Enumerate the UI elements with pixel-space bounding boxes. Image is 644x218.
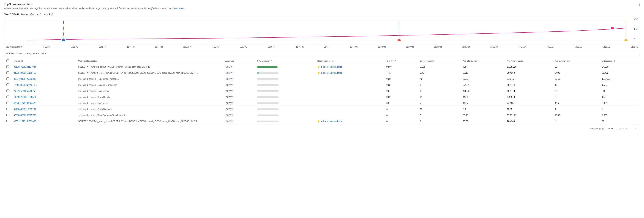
bytes-returned-cell: 2,053 <box>600 112 640 118</box>
fingerprint-link[interactable]: 3120709180725883382 <box>14 78 36 80</box>
chart-svg <box>4 17 640 45</box>
query-type-badge: QUERY <box>224 102 234 104</box>
exec-count-cell: 21 <box>418 94 461 100</box>
table-row[interactable]: 3380608696205375739sys_cloud_console_Tab… <box>4 112 640 118</box>
table-row[interactable]: 9065191773151602033SELECT * FROM dlg_ord… <box>4 118 640 124</box>
row-checkbox[interactable] <box>6 108 9 110</box>
chart-section: Total CPU utilization (per Query or Requ… <box>4 13 640 48</box>
row-checkbox[interactable] <box>6 96 9 98</box>
row-checkbox-cell <box>4 94 11 100</box>
x-label-14: 12:03 AM <box>406 46 414 48</box>
pagination: Rows per page: 10 25 50 1 – 10 of 24 ‹ › <box>4 124 640 133</box>
x-label-6: 11:55 PM <box>183 46 191 48</box>
recommendation-badge[interactable]: 💡Index recommendation <box>318 120 382 122</box>
cpu-util-cell <box>255 88 315 94</box>
recommendation-icon: 💡 <box>318 72 320 74</box>
x-label-5: 11:54 PM <box>155 46 163 48</box>
query-type-badge: QUERY <box>224 72 234 74</box>
fingerprint-link[interactable]: 1939367025011852511 <box>14 96 36 98</box>
cpu-pct-cell: 0 <box>384 112 418 118</box>
avg-latency-cell: 571.81 <box>461 82 505 88</box>
table-row[interactable]: 3120709180725883382sys_cloud_console_Top… <box>4 76 640 82</box>
page-info-icon[interactable]: ℹ <box>639 3 640 6</box>
fingerprint-link[interactable]: -7291258538930213 3... <box>14 84 37 86</box>
table-row[interactable]: 3216067328234137024SELECT * FROM `RkTopN… <box>4 64 640 70</box>
fingerprint-cell: 3216067328234137024 <box>11 64 76 70</box>
row-checkbox[interactable] <box>6 71 9 74</box>
pagination-nav: ‹ › <box>630 126 637 131</box>
row-checkbox-cell <box>4 112 11 118</box>
x-label-13: 12:02 AM <box>378 46 386 48</box>
row-checkbox[interactable] <box>6 90 9 92</box>
fingerprint-cell: 9065191773151602033 <box>11 118 76 124</box>
row-checkbox[interactable] <box>6 78 9 80</box>
svg-point-6 <box>610 27 615 29</box>
avg-latency-cell: 9.3 <box>461 106 505 112</box>
th-avg-rows-scanned: Avg rows scanned <box>505 58 552 64</box>
row-checkbox-cell <box>4 118 11 124</box>
recommendation-badge[interactable]: 💡Index recommendation <box>318 72 382 74</box>
chart-wrapper: 2min 1min 0 UTC+5:30 11:49 PM 11:50 PM 1… <box>4 17 640 48</box>
avg-rows-returned-cell: 18 <box>552 88 600 94</box>
x-label-17: 12:06 AM <box>490 46 498 48</box>
x-label-20: 12:09 AM <box>574 46 582 48</box>
x-label-18: 12:07 AM <box>518 46 526 48</box>
filter-bar[interactable]: ⊟ Filter <box>4 51 640 56</box>
x-label-12: 12:01 AM <box>350 46 358 48</box>
row-checkbox-cell <box>4 64 11 70</box>
chart-container[interactable]: 2min 1min 0 <box>4 17 640 45</box>
fingerprint-link[interactable]: 4207671973700324422 <box>14 102 36 104</box>
cpu-bar-container <box>257 108 278 110</box>
table-row[interactable]: 3515648933716635231sys_cloud_console_Que… <box>4 106 640 112</box>
learn-more-link[interactable]: Learn more <box>173 7 184 10</box>
rows-per-page-label: Rows per page: <box>590 128 604 130</box>
row-checkbox[interactable] <box>6 65 9 68</box>
chart-y-labels: 2min 1min 0 <box>634 17 638 41</box>
help-icon-cpu-pct[interactable]: ? <box>395 60 396 62</box>
query-text-cell: sys_cloud_console_QueryDetails <box>76 94 222 100</box>
cpu-bar-container <box>257 72 278 74</box>
select-all-checkbox[interactable] <box>6 60 9 62</box>
cpu-util-cell <box>255 100 315 106</box>
table-row[interactable]: 8496840499311158456SELECT * FROM dlg_ord… <box>4 70 640 76</box>
recommendation-text: Index recommendation <box>321 120 342 122</box>
rows-per-page-select[interactable]: 10 25 50 <box>606 127 613 130</box>
recommendation-icon: 💡 <box>318 120 320 122</box>
fingerprint-link[interactable]: 9065191773151602033 <box>14 120 36 122</box>
filter-input[interactable] <box>16 52 638 55</box>
recommendation-cell <box>315 88 384 94</box>
table-row[interactable]: -7291258538930213 3...sys_cloud_console_… <box>4 82 640 88</box>
row-checkbox[interactable] <box>6 102 9 104</box>
cpu-bar <box>257 78 258 80</box>
bytes-returned-cell: 34,256 <box>600 64 640 70</box>
fingerprint-link[interactable]: 8496840499311158456 <box>14 72 36 74</box>
fingerprint-link[interactable]: 2650165649856739758 <box>14 90 36 92</box>
x-label-2: 11:51 PM <box>71 46 78 48</box>
fingerprint-link[interactable]: 3515648933716635231 <box>14 108 36 110</box>
query-text-cell: sys_cloud_console_TopQueries <box>76 100 222 106</box>
row-checkbox[interactable] <box>6 84 9 86</box>
sort-icon-cpu-util[interactable]: ↓ <box>274 60 274 62</box>
prev-page-button[interactable]: ‹ <box>630 126 633 131</box>
exec-count-cell: 3 <box>418 82 461 88</box>
help-icon-cpu-util[interactable]: ? <box>271 60 272 62</box>
fingerprint-link[interactable]: 3216067328234137024 <box>14 66 36 68</box>
cpu-pct-cell: 0.04 <box>384 88 418 94</box>
row-checkbox[interactable] <box>6 114 9 116</box>
fingerprint-link[interactable]: 3380608696205375739 <box>14 114 36 116</box>
avg-rows-scanned-cell: 200,360 <box>505 70 552 76</box>
next-page-button[interactable]: › <box>634 126 637 131</box>
table-row[interactable]: 4207671973700324422sys_cloud_console_Top… <box>4 100 640 106</box>
query-text-cell: sys_cloud_console_TableOperationStatsTim… <box>76 112 222 118</box>
row-checkbox-cell <box>4 76 11 82</box>
avg-rows-scanned-cell: 200,360 <box>505 118 552 124</box>
th-type: Query type <box>222 58 255 64</box>
fingerprint-cell: 3120709180725883382 <box>11 76 76 82</box>
bytes-returned-cell: 1,565 <box>600 82 640 88</box>
table-row[interactable]: 1939367025011852511sys_cloud_console_Que… <box>4 94 640 100</box>
avg-rows-scanned-cell: 4,435.86 <box>505 94 552 100</box>
table-row[interactable]: 2650165649856739758sys_cloud_console_Tab… <box>4 88 640 94</box>
cpu-bar <box>257 66 278 68</box>
row-checkbox[interactable] <box>6 120 9 122</box>
recommendation-badge[interactable]: 💡Index recommendation <box>318 66 382 68</box>
